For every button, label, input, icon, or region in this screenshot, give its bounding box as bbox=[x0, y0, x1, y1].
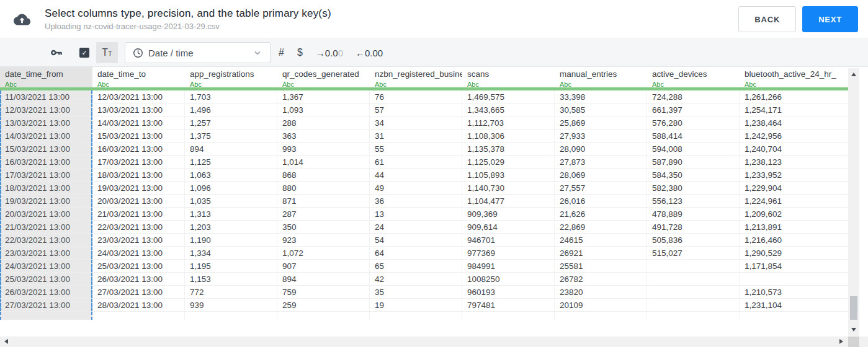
table-cell: 1,209,602 bbox=[740, 208, 848, 220]
table-cell: 984991 bbox=[462, 260, 555, 272]
text-type-button[interactable]: Tt bbox=[96, 42, 118, 63]
column-header[interactable]: date_time_to Abc bbox=[92, 67, 185, 87]
table-cell: 65 bbox=[370, 260, 462, 272]
column-name: manual_entries bbox=[560, 69, 647, 79]
table-cell: 27,873 bbox=[555, 156, 647, 168]
table-cell: 1,334 bbox=[185, 247, 277, 259]
chevron-down-icon bbox=[253, 48, 262, 58]
wizard-header: Select columns type, precision, and the … bbox=[0, 0, 868, 38]
table-cell: 1,469,575 bbox=[462, 90, 555, 103]
scroll-up-icon[interactable] bbox=[851, 72, 856, 76]
table-cell: 909,614 bbox=[462, 221, 555, 233]
table-cell: 1,096 bbox=[185, 182, 277, 194]
table-cell: 1,203 bbox=[185, 221, 277, 233]
table-cell: 20/03/2021 13:00 bbox=[92, 195, 185, 207]
table-cell: 33,398 bbox=[555, 90, 647, 103]
table-cell: 13/03/2021 13:00 bbox=[0, 116, 92, 129]
column-type-badge: Abc bbox=[745, 81, 848, 87]
table-cell: 505,836 bbox=[647, 234, 740, 246]
vertical-scrollbar[interactable] bbox=[848, 68, 859, 336]
table-cell: 14/03/2021 13:00 bbox=[92, 116, 185, 129]
column-type-select[interactable]: Date / time bbox=[125, 42, 271, 63]
table-row: 19/03/2021 13:0020/03/2021 13:001,035871… bbox=[0, 195, 848, 208]
table-row: 17/03/2021 13:0018/03/2021 13:001,063868… bbox=[0, 169, 848, 182]
table-cell: 946701 bbox=[462, 234, 555, 246]
right-arrow-icon: → bbox=[316, 48, 325, 58]
column-header[interactable]: active_devices Abc bbox=[647, 67, 740, 87]
table-cell: 26782 bbox=[555, 273, 647, 285]
table-cell: 12/03/2021 13:00 bbox=[92, 90, 185, 103]
table-row bbox=[0, 312, 848, 320]
table-cell: 1,213,891 bbox=[740, 221, 848, 233]
table-cell: 1,210,573 bbox=[740, 286, 848, 298]
table-cell: 15/03/2021 13:00 bbox=[0, 143, 92, 155]
table-cell: 1008250 bbox=[462, 273, 555, 285]
table-cell: 1,112,703 bbox=[462, 116, 555, 129]
table-cell: 939 bbox=[185, 299, 277, 311]
table-cell: 26/03/2021 13:00 bbox=[0, 286, 92, 298]
table-cell: 1,063 bbox=[185, 169, 277, 181]
table-cell: 1,229,904 bbox=[740, 182, 848, 194]
table-cell: 1,072 bbox=[277, 247, 370, 259]
table-cell: 27,557 bbox=[555, 182, 647, 194]
table-cell: 42 bbox=[370, 273, 462, 285]
table-cell: 1,104,477 bbox=[462, 195, 555, 207]
table-cell: 1,313 bbox=[185, 208, 277, 220]
wizard-actions: BACK NEXT bbox=[738, 6, 858, 32]
table-cell: 61 bbox=[370, 156, 462, 168]
column-header[interactable]: manual_entries Abc bbox=[555, 67, 647, 87]
table-cell: 724,288 bbox=[647, 90, 740, 103]
table-row: 27/03/2021 13:0028/03/2021 13:0093925919… bbox=[0, 299, 848, 312]
table-cell: 19/03/2021 13:00 bbox=[0, 195, 92, 207]
table-cell bbox=[185, 312, 277, 320]
table-cell: 1,238,464 bbox=[740, 116, 848, 129]
column-header[interactable]: nzbn_registered_busine Abc bbox=[370, 67, 462, 87]
currency-type-button[interactable]: $ bbox=[297, 47, 303, 58]
include-column-checkbox[interactable]: ✓ bbox=[79, 48, 89, 58]
column-header[interactable]: bluetooth_active_24_hr_ Abc bbox=[740, 67, 848, 87]
column-name: app_registrations bbox=[190, 69, 277, 79]
column-header[interactable]: qr_codes_generated Abc bbox=[277, 67, 370, 87]
scroll-right-icon[interactable] bbox=[839, 339, 843, 344]
table-cell bbox=[555, 312, 647, 320]
table-cell: 1,105,893 bbox=[462, 169, 555, 181]
left-arrow-icon: ← bbox=[356, 48, 365, 58]
table-cell: 894 bbox=[185, 143, 277, 155]
table-cell: 1,290,529 bbox=[740, 247, 848, 259]
column-header[interactable]: scans Abc bbox=[462, 67, 555, 87]
table-row: 11/03/2021 13:0012/03/2021 13:001,7031,3… bbox=[0, 90, 848, 103]
upload-cloud-icon bbox=[14, 11, 30, 28]
table-cell: 16/03/2021 13:00 bbox=[0, 156, 92, 168]
number-type-button[interactable]: # bbox=[279, 47, 284, 58]
table-cell: 1,238,123 bbox=[740, 156, 848, 168]
table-cell: 759 bbox=[277, 286, 370, 298]
column-header[interactable]: date_time_from Abc bbox=[0, 67, 92, 87]
primary-key-icon bbox=[51, 48, 63, 57]
table-row: 21/03/2021 13:0022/03/2021 13:001,203350… bbox=[0, 221, 848, 234]
scroll-left-icon[interactable] bbox=[4, 339, 8, 344]
table-cell: 17/03/2021 13:00 bbox=[92, 156, 185, 168]
table-cell: 1,035 bbox=[185, 195, 277, 207]
table-cell bbox=[647, 260, 740, 272]
back-button[interactable]: BACK bbox=[738, 6, 796, 32]
table-cell: 871 bbox=[277, 195, 370, 207]
table-cell: 36 bbox=[370, 195, 462, 207]
table-row: 22/03/2021 13:0023/03/2021 13:001,190923… bbox=[0, 234, 848, 247]
table-cell bbox=[92, 312, 185, 320]
decrease-precision-button[interactable]: ←0.00 bbox=[356, 48, 383, 58]
table-cell bbox=[740, 273, 848, 285]
horizontal-scrollbar[interactable] bbox=[0, 336, 868, 347]
table-cell: 1,195 bbox=[185, 260, 277, 272]
table-cell bbox=[740, 312, 848, 320]
column-header[interactable]: app_registrations Abc bbox=[185, 67, 277, 87]
table-body: 11/03/2021 13:0012/03/2021 13:001,7031,3… bbox=[0, 90, 868, 320]
increase-precision-button[interactable]: →0.00 bbox=[316, 48, 343, 58]
next-button[interactable]: NEXT bbox=[802, 6, 858, 32]
table-cell: 18/03/2021 13:00 bbox=[0, 182, 92, 194]
table-cell: 26921 bbox=[555, 247, 647, 259]
table-cell: 18/03/2021 13:00 bbox=[92, 169, 185, 181]
vertical-scroll-thumb[interactable] bbox=[850, 296, 857, 320]
scroll-down-icon[interactable] bbox=[851, 328, 856, 332]
table-cell: 797481 bbox=[462, 299, 555, 311]
table-cell: 25/03/2021 13:00 bbox=[92, 260, 185, 272]
